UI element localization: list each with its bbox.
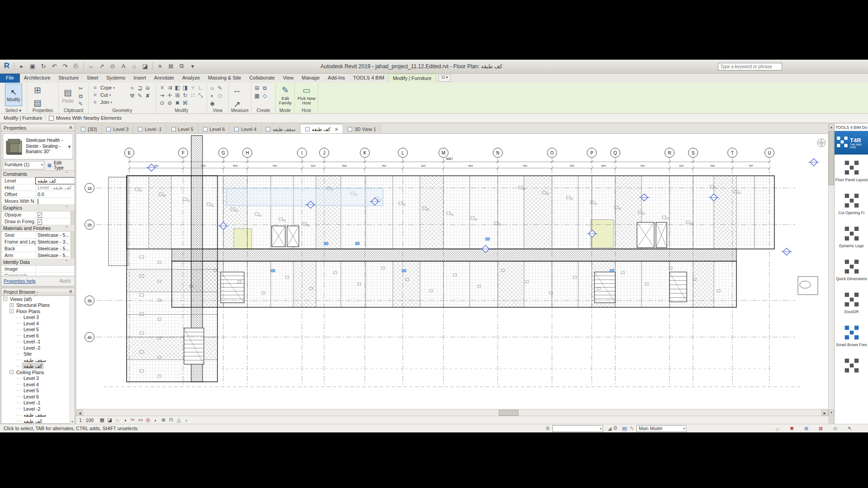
horizontal-scrollbar[interactable]: ◀ ▶ xyxy=(76,409,828,416)
moves-with-nearby-checkbox[interactable] xyxy=(49,116,54,121)
tree-item-floor-plans[interactable]: −Floor Plans xyxy=(1,308,75,314)
temporary-hide-icon[interactable]: ◐ xyxy=(152,417,159,423)
view-tab-level-5[interactable]: Level 5 xyxy=(167,124,198,133)
exclude-options-icon[interactable]: ✖ xyxy=(788,425,795,432)
extend-icon[interactable]: ⇥ xyxy=(158,91,166,99)
view-tab-level-6[interactable]: Level 6 xyxy=(198,124,230,133)
scale-label[interactable]: 1 : 100 xyxy=(79,418,94,423)
type-dropdown-icon[interactable]: ▼ xyxy=(67,145,71,149)
detail-level-icon[interactable]: ▦ xyxy=(99,417,105,423)
tree-item-ceiling-plans[interactable]: −Ceiling Plans xyxy=(1,369,75,375)
hide-icon[interactable]: □ xyxy=(216,92,224,99)
demolish-icon[interactable]: ⚒ xyxy=(128,92,136,99)
tree-item-level-2[interactable]: Level -2 xyxy=(1,345,75,351)
redo-button[interactable]: ↷ xyxy=(60,61,70,71)
prop-checkbox[interactable]: ✓ xyxy=(38,212,42,218)
match-icon[interactable]: ⌘ xyxy=(181,99,189,107)
prop-value[interactable]: كف طبقه xyxy=(36,178,75,184)
move-icon[interactable]: ✛ xyxy=(166,91,174,99)
view-tab-level-1[interactable]: Level -1 xyxy=(133,124,166,133)
tree-item-site[interactable]: Site xyxy=(1,351,75,357)
tree-expander-icon[interactable]: − xyxy=(3,297,7,301)
beam-joins-icon[interactable]: ⊒ xyxy=(136,84,144,92)
edit-type-button[interactable]: ▦ Edit Type xyxy=(46,161,73,169)
trim-icon[interactable]: ∟ xyxy=(197,84,204,91)
ribbon-tab-manage[interactable]: Manage xyxy=(297,74,324,83)
tree-expander-icon[interactable]: − xyxy=(9,309,14,313)
reveal-constraints-icon[interactable]: ⊓ xyxy=(168,417,175,423)
print-button[interactable]: ⎙ xyxy=(71,61,81,71)
tree-item-level-6[interactable]: Level 6 xyxy=(1,394,75,400)
steering-wheel-icon[interactable] xyxy=(817,139,826,147)
editable-only-icon[interactable]: ⊞ xyxy=(803,425,810,432)
tree-expander-icon[interactable]: − xyxy=(9,370,14,374)
create-assembly-icon[interactable]: ⧉ xyxy=(261,84,269,92)
view-tab--3d-[interactable]: {3D} xyxy=(76,124,102,133)
create-parts-icon[interactable]: ▦ xyxy=(253,92,261,99)
geometry-cope-button[interactable]: ⌗Cope▾ xyxy=(91,84,127,91)
t4r-item-floor-panel-layout[interactable]: Floor Panel Layout xyxy=(835,160,868,183)
tree-item-level-4[interactable]: Level 4 xyxy=(1,381,75,388)
prop-value[interactable]: ✓ xyxy=(36,218,71,225)
rotate-icon[interactable]: ↻ xyxy=(181,91,189,99)
mirror-draw-icon[interactable]: ◨ xyxy=(181,84,189,91)
delete-icon[interactable]: ✖ xyxy=(174,99,181,107)
properties-close-icon[interactable]: ✕ xyxy=(69,125,73,131)
ribbon-tab-massing-site[interactable]: Massing & Site xyxy=(204,74,245,83)
ribbon-tab-structure[interactable]: Structure xyxy=(54,74,83,83)
tree-item-level-1[interactable]: Level -1 xyxy=(1,400,75,406)
horizontal-scroll-thumb[interactable] xyxy=(499,410,519,416)
tree-item-level-4[interactable]: Level 4 xyxy=(1,320,75,327)
prop-value[interactable] xyxy=(36,272,75,275)
align-icon[interactable]: ≡ xyxy=(158,84,166,91)
paste-button[interactable]: ▤ Paste xyxy=(61,84,75,105)
tree-item-كف-طبقه[interactable]: كف طبقه xyxy=(1,363,75,370)
unpin-icon[interactable]: ⊘ xyxy=(166,99,174,107)
shadows-icon[interactable]: ◑ xyxy=(122,417,128,423)
view-tab-3d-view-1[interactable]: 3D View 1 xyxy=(343,124,381,133)
tree-item-level-5[interactable]: Level 5 xyxy=(1,388,75,394)
t4r-item-cut-opening-fr[interactable]: Cut Opening Fr xyxy=(835,193,868,216)
ribbon-tab-steel[interactable]: Steel xyxy=(83,74,102,83)
tree-item-سقف-طبقه[interactable]: سقف طبقه xyxy=(1,412,75,418)
worksets-icon[interactable]: ⚙ xyxy=(544,425,551,432)
tree-expander-icon[interactable]: + xyxy=(9,303,14,307)
crop-view-icon[interactable]: ✂ xyxy=(129,417,136,423)
t4r-item-excel2r[interactable]: Excel2R xyxy=(835,292,868,314)
edit-family-button[interactable]: ✎ Edit Family xyxy=(277,84,294,106)
paste-settings-icon[interactable]: ✎ xyxy=(77,100,85,108)
create-similar-icon[interactable]: ◇ xyxy=(261,92,269,99)
prop-checkbox[interactable]: ✓ xyxy=(38,219,42,225)
prop-browse-button[interactable] xyxy=(71,232,75,238)
section-marker[interactable] xyxy=(808,159,819,166)
tree-item-سقف-طبقه[interactable]: سقف طبقه xyxy=(1,357,75,363)
measure-between-refs-icon[interactable]: ↔ xyxy=(231,84,243,96)
prop-section-identity-data[interactable]: Identity Data⌃ xyxy=(1,259,75,266)
open-button[interactable]: ▸ xyxy=(17,61,27,71)
sun-path-icon[interactable]: ☼ xyxy=(114,417,121,423)
prop-section-constraints[interactable]: Constraints⌃ xyxy=(1,171,75,178)
active-workset-select[interactable]: ▾ xyxy=(552,425,603,432)
t4r-item-extra[interactable] xyxy=(835,358,868,376)
ribbon-tab-collaborate[interactable]: Collaborate xyxy=(245,74,278,83)
vertical-scroll-thumb[interactable] xyxy=(829,131,834,185)
pick-new-host-button[interactable]: ▭ Pick New Host xyxy=(296,84,317,106)
create-group-icon[interactable]: ⊞ xyxy=(253,84,261,92)
apply-button[interactable]: Apply xyxy=(59,278,71,283)
ribbon-tab-architecture[interactable]: Architecture xyxy=(20,74,55,83)
tree-item-level-2[interactable]: Level -2 xyxy=(1,406,75,412)
prop-value[interactable]: Steelcase - 5... xyxy=(36,252,71,258)
design-options-icon[interactable]: ▤ xyxy=(621,425,628,432)
section-marker[interactable] xyxy=(781,248,792,255)
mirror-axis-icon[interactable]: ◧ xyxy=(174,84,181,91)
help-search-input[interactable] xyxy=(718,63,782,70)
press-drag-icon[interactable]: ⊠ xyxy=(817,425,824,432)
reveal-hidden-icon[interactable]: ◎ xyxy=(145,417,151,423)
aligned-dimension-button[interactable]: ↗ xyxy=(97,61,107,71)
t4r-item-dynamic-lege[interactable]: Dynamic Lege xyxy=(835,226,868,249)
properties-header[interactable]: Properties ✕ xyxy=(1,124,75,132)
close-view-icon[interactable]: ✕ xyxy=(335,127,338,132)
t4r-banner[interactable]: T4RT4R ADD-ONS xyxy=(835,131,868,155)
project-browser-header[interactable]: Project Browser - jahad_project_11.... ✕ xyxy=(1,288,75,296)
prop-browse-button[interactable] xyxy=(71,245,75,252)
